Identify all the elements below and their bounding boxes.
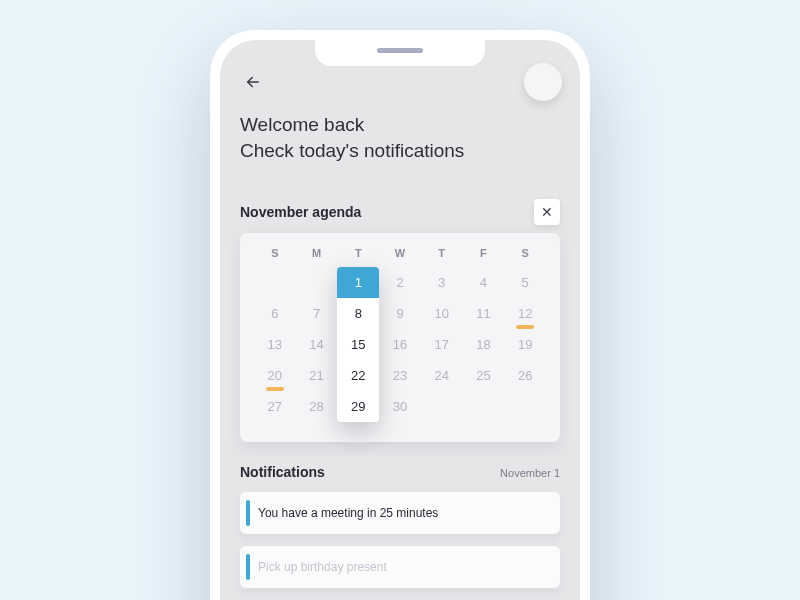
calendar-day[interactable]: 19	[504, 331, 546, 362]
tuesday-popup-day[interactable]: 29	[337, 391, 379, 422]
calendar-dow: T	[421, 247, 463, 269]
calendar-day[interactable]: 13	[254, 331, 296, 362]
calendar-day[interactable]: 27	[254, 393, 296, 424]
phone-frame: Welcome back Check today's notifications…	[210, 30, 590, 600]
arrow-left-icon	[244, 73, 262, 91]
calendar-day[interactable]: 4	[463, 269, 505, 300]
notifications-title: Notifications	[240, 464, 325, 480]
calendar-week-row: 20212223242526	[254, 362, 546, 393]
calendar-week-row: 27282930	[254, 393, 546, 424]
close-agenda-button[interactable]: ✕	[534, 199, 560, 225]
tuesday-popup-day[interactable]: 8	[337, 298, 379, 329]
calendar-card: SMTWTFS 12345678910111213141516171819202…	[240, 233, 560, 442]
calendar-day[interactable]: 5	[504, 269, 546, 300]
calendar-day[interactable]: 12	[504, 300, 546, 331]
calendar-dow: W	[379, 247, 421, 269]
welcome-line-1: Welcome back	[240, 112, 560, 138]
calendar-day[interactable]: 30	[379, 393, 421, 424]
calendar-day[interactable]: 17	[421, 331, 463, 362]
notifications-list: You have a meeting in 25 minutesPick up …	[240, 492, 560, 588]
avatar[interactable]	[524, 63, 562, 101]
notification-item[interactable]: You have a meeting in 25 minutes	[240, 492, 560, 534]
calendar-day[interactable]: 26	[504, 362, 546, 393]
notifications-date: November 1	[500, 467, 560, 479]
calendar-day[interactable]: 14	[296, 331, 338, 362]
notifications-header: Notifications November 1	[240, 464, 560, 480]
calendar-day[interactable]: 9	[379, 300, 421, 331]
calendar-dow: M	[296, 247, 338, 269]
tuesday-popup: 18152229	[337, 267, 379, 422]
calendar-day[interactable]: 20	[254, 362, 296, 393]
calendar-day[interactable]: 10	[421, 300, 463, 331]
calendar-day[interactable]: 23	[379, 362, 421, 393]
calendar-day[interactable]: 11	[463, 300, 505, 331]
welcome-block: Welcome back Check today's notifications	[240, 112, 560, 163]
agenda-title: November agenda	[240, 204, 361, 220]
calendar-week-row: 12345	[254, 269, 546, 300]
calendar-dow: S	[254, 247, 296, 269]
calendar-week-row: 13141516171819	[254, 331, 546, 362]
calendar-dow: T	[337, 247, 379, 269]
calendar-day[interactable]: 16	[379, 331, 421, 362]
calendar-week-row: 6789101112	[254, 300, 546, 331]
calendar-day[interactable]: 6	[254, 300, 296, 331]
calendar-day[interactable]: 21	[296, 362, 338, 393]
calendar-day[interactable]: 7	[296, 300, 338, 331]
content-area: Welcome back Check today's notifications…	[240, 112, 560, 600]
calendar-day[interactable]: 28	[296, 393, 338, 424]
calendar-weeks: 1234567891011121314151617181920212223242…	[254, 269, 546, 424]
calendar-dow-row: SMTWTFS	[254, 247, 546, 269]
phone-speaker	[377, 48, 423, 53]
calendar-day[interactable]: 18	[463, 331, 505, 362]
welcome-line-2: Check today's notifications	[240, 138, 560, 164]
calendar-dow: F	[463, 247, 505, 269]
agenda-header: November agenda ✕	[240, 199, 560, 225]
close-icon: ✕	[541, 204, 553, 220]
top-bar	[238, 62, 562, 102]
calendar-day[interactable]: 3	[421, 269, 463, 300]
tuesday-popup-day[interactable]: 15	[337, 329, 379, 360]
notification-item[interactable]: Pick up birthday present	[240, 546, 560, 588]
calendar-dow: S	[504, 247, 546, 269]
calendar-day[interactable]: 24	[421, 362, 463, 393]
back-button[interactable]	[238, 67, 268, 97]
tuesday-popup-day[interactable]: 22	[337, 360, 379, 391]
phone-screen: Welcome back Check today's notifications…	[220, 40, 580, 600]
calendar-day[interactable]: 2	[379, 269, 421, 300]
calendar-day[interactable]: 25	[463, 362, 505, 393]
tuesday-popup-day[interactable]: 1	[337, 267, 379, 298]
